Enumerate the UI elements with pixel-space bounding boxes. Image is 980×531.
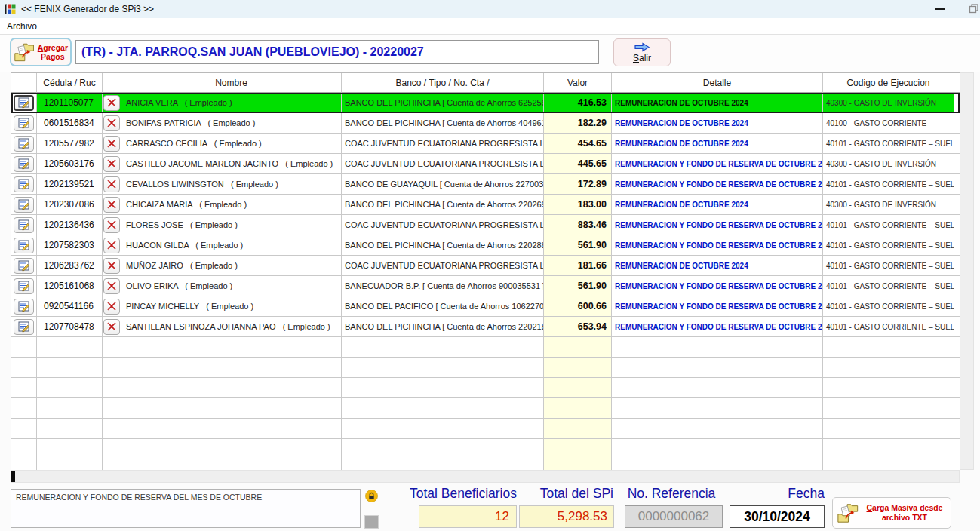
codigo-cell: 40101 - GASTO CORRIENTE – SUELDOS	[823, 134, 954, 154]
delete-row-button[interactable]	[103, 176, 120, 192]
banco-cell: BANCO DEL PICHINCHA [ Cuenta de Ahorros …	[342, 93, 544, 113]
delete-row-button[interactable]	[103, 115, 120, 131]
table-row[interactable]: 1207708478SANTILLAN ESPINOZA JOHANNA PAO…	[11, 317, 960, 337]
valor-cell	[544, 459, 612, 470]
edit-record-icon	[18, 158, 30, 170]
cedula-cell: 0920541166	[37, 296, 103, 317]
add-payments-button[interactable]: AgregarPagos	[10, 38, 72, 66]
tail-cell	[954, 296, 960, 317]
banco-cell: BANCO DE GUAYAQUIL [ Cuenta de Ahorros 2…	[342, 174, 544, 195]
exit-button[interactable]: Salir	[613, 38, 671, 66]
cedula-cell: 1202136436	[37, 215, 103, 235]
table-row[interactable]: 1202139521CEVALLOS LIWINSGTON ( Empleado…	[11, 174, 960, 195]
valor-cell: 183.00	[544, 195, 612, 215]
banco-cell	[342, 398, 544, 419]
delete-icon	[107, 159, 116, 168]
header-cedula: Cédula / Ruc	[37, 73, 103, 93]
edit-row-button[interactable]	[14, 319, 34, 335]
delete-cell	[103, 93, 121, 113]
valor-cell: 445.65	[544, 154, 612, 174]
nombre-cell: CHICAIZA MARIA ( Empleado )	[121, 195, 342, 215]
edit-row-button[interactable]	[14, 299, 34, 315]
table-row[interactable]: 0601516834BONIFAS PATRICIA ( Empleado )B…	[11, 113, 960, 134]
restore-button[interactable]	[963, 0, 980, 17]
edit-record-icon	[18, 138, 30, 149]
delete-row-button[interactable]	[103, 299, 120, 315]
delete-row-button[interactable]	[103, 278, 120, 294]
folder-transfer-icon	[14, 41, 35, 63]
empty-table-row	[11, 439, 960, 459]
fecha-field[interactable]: 30/10/2024	[730, 505, 825, 528]
edit-cell	[11, 459, 37, 470]
table-row[interactable]: 1207582303HUACON GILDA ( Empleado )BANCO…	[11, 235, 960, 256]
edit-row-button[interactable]	[14, 238, 34, 253]
lock-icon	[365, 490, 378, 502]
edit-row-button[interactable]	[14, 217, 34, 233]
codigo-cell: 40300 - GASTO DE INVERSIÓN	[823, 195, 954, 215]
banco-cell: BANCO DEL PICHINCHA [ Cuenta de Ahorros …	[342, 317, 544, 337]
tail-cell	[954, 378, 960, 398]
edit-cell	[11, 256, 37, 276]
observation-textarea[interactable]: REMUNERACION Y FONDO DE RESERVA DEL MES …	[11, 489, 361, 528]
nombre-cell	[121, 378, 342, 398]
horizontal-scrollbar[interactable]	[11, 470, 960, 483]
arrow-right-icon	[634, 42, 650, 52]
edit-row-button[interactable]	[14, 258, 34, 274]
delete-cell	[103, 174, 121, 195]
table-row[interactable]: 1206283762MUÑOZ JAIRO ( Empleado )COAC J…	[11, 256, 960, 276]
edit-row-button[interactable]	[14, 156, 34, 172]
edit-cell	[11, 215, 37, 235]
delete-row-button[interactable]	[103, 197, 120, 213]
bulk-load-txt-button[interactable]: Carga Masiva desdearchivo TXT	[832, 497, 951, 529]
horizontal-scrollbar-thumb[interactable]	[11, 471, 15, 482]
minimize-button[interactable]	[925, 0, 954, 17]
edit-row-button[interactable]	[14, 278, 34, 294]
empty-table-row	[11, 419, 960, 439]
empty-table-row	[11, 459, 960, 470]
codigo-cell: 40101 - GASTO CORRIENTE – SUELDOS	[823, 174, 954, 195]
delete-cell	[103, 134, 121, 154]
referencia-field: 0000000062	[625, 505, 723, 528]
menubar: Archivo	[0, 18, 980, 35]
edit-row-button[interactable]	[14, 95, 34, 111]
table-row[interactable]: 1205603176CASTILLO JACOME MARLON JACINTO…	[11, 154, 960, 174]
delete-row-button[interactable]	[103, 156, 120, 172]
menu-item-archivo[interactable]: Archivo	[0, 20, 44, 33]
delete-row-button[interactable]	[103, 258, 120, 274]
edit-row-button[interactable]	[14, 176, 34, 192]
delete-cell	[103, 358, 121, 378]
delete-cell	[103, 459, 121, 470]
delete-row-button[interactable]	[103, 217, 120, 233]
vertical-scrollbar[interactable]	[960, 72, 974, 470]
cedula-cell	[37, 459, 103, 470]
banco-cell	[342, 358, 544, 378]
empty-table-row	[11, 398, 960, 419]
codigo-cell: 40101 - GASTO CORRIENTE – SUELDOS	[823, 296, 954, 317]
detalle-cell	[612, 358, 823, 378]
nombre-cell: CASTILLO JACOME MARLON JACINTO ( Emplead…	[121, 154, 342, 174]
edit-row-button[interactable]	[14, 136, 34, 152]
banco-cell: COAC JUVENTUD ECUATORIANA PROGRESISTA LT…	[342, 256, 544, 276]
edit-row-button[interactable]	[14, 115, 34, 131]
delete-row-button[interactable]	[103, 319, 120, 335]
table-row[interactable]: 1202307086CHICAIZA MARIA ( Empleado )BAN…	[11, 195, 960, 215]
total-spi-field: 5,298.53	[519, 505, 614, 528]
edit-record-icon	[18, 219, 30, 231]
edit-record-icon	[18, 179, 30, 190]
delete-icon	[107, 180, 116, 189]
table-row[interactable]: 1202136436FLORES JOSE ( Empleado )COAC J…	[11, 215, 960, 235]
referencia-label: No. Referencia	[619, 486, 724, 503]
table-row[interactable]: 1205161068OLIVO ERIKA ( Empleado )BANECU…	[11, 276, 960, 296]
delete-row-button[interactable]	[103, 95, 120, 111]
table-row[interactable]: 1201105077ANICIA VERA ( Empleado )BANCO …	[11, 93, 960, 113]
delete-row-button[interactable]	[103, 136, 120, 152]
tail-cell	[954, 195, 960, 215]
app-icon	[4, 3, 16, 15]
banco-cell: BANCO DEL PICHINCHA [ Cuenta de Ahorros …	[342, 235, 544, 256]
table-row[interactable]: 0920541166PINCAY MICHELLY ( Empleado )BA…	[11, 296, 960, 317]
edit-row-button[interactable]	[14, 197, 34, 213]
tail-cell	[954, 113, 960, 134]
table-row[interactable]: 1205577982CARRASCO CECILIA ( Empleado )C…	[11, 134, 960, 154]
delete-row-button[interactable]	[103, 238, 120, 253]
entity-input[interactable]: (TR) - JTA. PARROQ.SAN JUAN (PUEBLOVIEJO…	[75, 40, 599, 64]
